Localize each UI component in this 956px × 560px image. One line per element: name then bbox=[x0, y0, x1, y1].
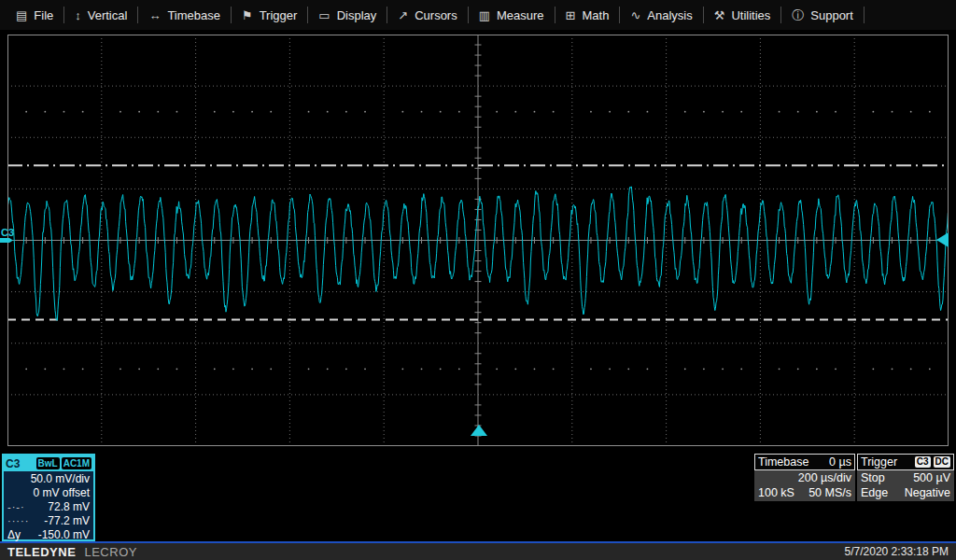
grid-minor-dot bbox=[308, 111, 310, 113]
grid-minor-dot bbox=[44, 368, 46, 370]
grid-minor-dot bbox=[703, 111, 705, 113]
grid-minor-dot bbox=[835, 111, 836, 113]
support-info-icon: ⓘ bbox=[792, 9, 804, 21]
grid-minor-dot bbox=[270, 111, 272, 113]
trigger-mode: Stop bbox=[861, 471, 885, 484]
datetime-readout: 5/7/2020 2:33:18 PM bbox=[845, 545, 949, 558]
menu-item-file[interactable]: ▤ File bbox=[6, 0, 63, 30]
grid-minor-dot bbox=[364, 368, 366, 370]
grid-minor-dot bbox=[514, 368, 516, 370]
menu-separator bbox=[864, 7, 865, 23]
menu-item-label: Math bbox=[582, 8, 609, 22]
grid-minor-dot bbox=[232, 111, 234, 113]
oscilloscope-screen: ▤ File ↕ Vertical ↔ Timebase ⚑ Trigger ▭… bbox=[0, 0, 956, 560]
grid-minor-dot bbox=[458, 368, 460, 370]
trigger-level: 500 µV bbox=[913, 471, 950, 484]
cursor-arrow-icon: ↗ bbox=[398, 9, 408, 21]
horizontal-arrows-icon: ↔ bbox=[148, 9, 161, 21]
channel-scale-row: 50.0 mV/div bbox=[4, 471, 93, 485]
trigger-flag-icon: ⚑ bbox=[242, 9, 253, 21]
menu-item-timebase[interactable]: ↔ Timebase bbox=[138, 0, 231, 30]
brand-primary: TELEDYNE bbox=[7, 545, 76, 559]
grid-minor-dot bbox=[534, 111, 536, 113]
grid-minor-dot bbox=[872, 111, 874, 113]
utilities-tools-icon: ⚒ bbox=[714, 9, 725, 21]
menu-item-cursors[interactable]: ↗ Cursors bbox=[387, 0, 467, 30]
channel-descriptor-header[interactable]: C3 BwL AC1M bbox=[4, 455, 93, 471]
menu-item-math[interactable]: ⊞ Math bbox=[555, 0, 620, 30]
grid-minor-dot bbox=[590, 368, 592, 370]
trigger-time-marker[interactable] bbox=[471, 425, 487, 436]
grid-minor-dot bbox=[779, 111, 780, 113]
grid-minor-dot bbox=[872, 368, 874, 370]
grid-minor-dot bbox=[232, 368, 234, 370]
grid-minor-dot bbox=[722, 111, 724, 113]
grid-minor-dot bbox=[514, 111, 516, 113]
status-bar: TELEDYNE LECROY 5/7/2020 2:33:18 PM bbox=[0, 543, 956, 560]
grid-minor-dot bbox=[157, 368, 159, 370]
cursor2-value: -77.2 mV bbox=[44, 514, 90, 527]
trigger-header[interactable]: Trigger C3 DC bbox=[857, 454, 954, 470]
menu-item-label: Support bbox=[810, 8, 853, 22]
menu-item-utilities[interactable]: ⚒ Utilities bbox=[704, 0, 781, 30]
menu-item-label: Cursors bbox=[415, 8, 457, 22]
grid-minor-dot bbox=[421, 111, 423, 113]
grid-minor-dot bbox=[740, 111, 742, 113]
cursor2-line-style-icon: ····· bbox=[7, 515, 29, 526]
grid-minor-dot bbox=[364, 111, 366, 113]
trigger-level-marker[interactable] bbox=[936, 232, 949, 247]
grid-minor-dot bbox=[401, 111, 403, 113]
delta-y-value: -150.0 mV bbox=[38, 528, 90, 541]
grid-minor-dot bbox=[82, 111, 84, 113]
trigger-descriptor[interactable]: Trigger C3 DC Stop 500 µV Edge Negative bbox=[857, 454, 954, 501]
grid-minor-dot bbox=[590, 111, 592, 113]
grid-minor-dot bbox=[138, 111, 140, 113]
grid-minor-dot bbox=[421, 368, 423, 370]
brand-logo: TELEDYNE LECROY bbox=[7, 545, 137, 559]
file-icon: ▤ bbox=[16, 9, 27, 21]
bandwidth-limit-badge: BwL bbox=[36, 457, 60, 469]
grid-minor-dot bbox=[176, 111, 178, 113]
grid-minor-dot bbox=[779, 368, 780, 370]
menu-bar: ▤ File ↕ Vertical ↔ Timebase ⚑ Trigger ▭… bbox=[0, 0, 956, 30]
trigger-type-row: Edge Negative bbox=[857, 485, 954, 500]
grid-minor-dot bbox=[929, 111, 931, 113]
timebase-position: 0 µs bbox=[829, 455, 851, 469]
menu-item-label: Timebase bbox=[167, 8, 220, 22]
grid-minor-dot bbox=[138, 368, 140, 370]
grid-minor-dot bbox=[910, 368, 912, 370]
grid-minor-dot bbox=[647, 111, 649, 113]
record-length: 100 kS bbox=[758, 486, 794, 499]
menu-item-display[interactable]: ▭ Display bbox=[308, 0, 387, 30]
grid-minor-dot bbox=[835, 368, 836, 370]
grid-minor-dot bbox=[120, 111, 121, 113]
cursor1-value: 72.8 mV bbox=[48, 500, 90, 513]
cursor2-readout-row: ····· -77.2 mV bbox=[4, 513, 93, 527]
vertical-arrows-icon: ↕ bbox=[75, 9, 81, 21]
menu-item-measure[interactable]: ▥ Measure bbox=[469, 0, 555, 30]
timebase-title: Timebase bbox=[758, 455, 808, 469]
grid-minor-dot bbox=[345, 368, 347, 370]
menu-item-analysis[interactable]: ∿ Analysis bbox=[620, 0, 702, 30]
channel-descriptor-c3[interactable]: C3 BwL AC1M 50.0 mV/div 0 mV offset -·-·… bbox=[2, 454, 95, 541]
grid-minor-dot bbox=[401, 368, 403, 370]
sample-rate: 50 MS/s bbox=[808, 486, 851, 499]
menu-item-trigger[interactable]: ⚑ Trigger bbox=[232, 0, 307, 30]
grid-minor-dot bbox=[327, 368, 329, 370]
grid-minor-dot bbox=[929, 368, 931, 370]
grid-minor-dot bbox=[797, 368, 799, 370]
grid-minor-dot bbox=[25, 111, 27, 113]
menu-item-support[interactable]: ⓘ Support bbox=[781, 0, 864, 30]
timebase-descriptor[interactable]: Timebase 0 µs 200 µs/div 100 kS 50 MS/s bbox=[754, 454, 855, 501]
grid-minor-dot bbox=[63, 111, 65, 113]
menu-item-label: Trigger bbox=[260, 8, 298, 22]
timebase-header[interactable]: Timebase 0 µs bbox=[754, 454, 855, 470]
brand-secondary: LECROY bbox=[84, 545, 136, 559]
channel-c3-label[interactable]: C3 bbox=[1, 227, 14, 238]
grid-minor-dot bbox=[627, 368, 629, 370]
grid-minor-dot bbox=[25, 368, 27, 370]
grid-minor-dot bbox=[44, 111, 46, 113]
menu-item-vertical[interactable]: ↕ Vertical bbox=[64, 0, 137, 30]
cursor1-readout-row: -·-· 72.8 mV bbox=[4, 499, 93, 513]
trigger-type: Edge bbox=[861, 486, 888, 499]
